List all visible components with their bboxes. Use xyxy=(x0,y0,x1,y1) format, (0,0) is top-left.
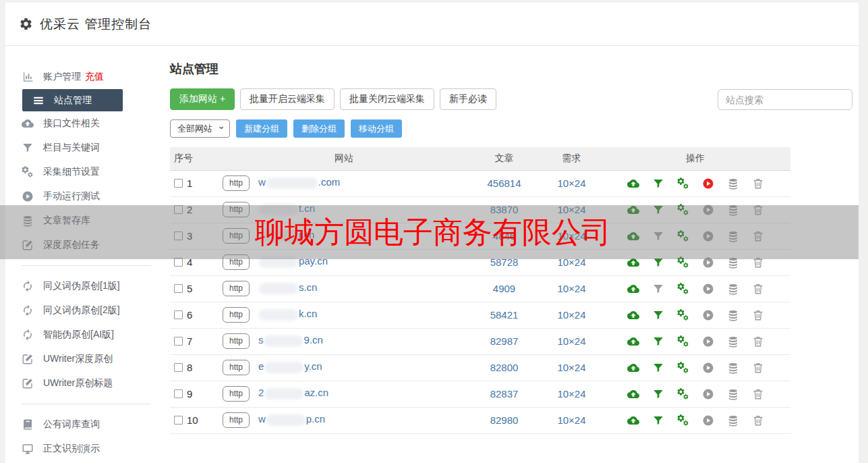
storage-action-icon[interactable] xyxy=(727,283,739,295)
http-button[interactable]: http xyxy=(223,228,250,244)
demand-value[interactable]: 10×24 xyxy=(557,230,585,242)
settings-action-icon[interactable] xyxy=(677,204,689,216)
delete-action-icon[interactable] xyxy=(752,283,764,295)
add-site-button[interactable]: 添加网站 + xyxy=(170,88,235,110)
sidebar-item-article-staging[interactable]: 文章暂存库 xyxy=(5,209,151,233)
http-button[interactable]: http xyxy=(223,175,250,191)
article-count[interactable]: 456814 xyxy=(487,178,521,189)
row-checkbox[interactable] xyxy=(174,284,183,293)
settings-action-icon[interactable] xyxy=(677,256,689,269)
sidebar-item-columns-keywords[interactable]: 栏目与关键词 xyxy=(5,136,151,160)
storage-action-icon[interactable] xyxy=(727,309,739,321)
storage-action-icon[interactable] xyxy=(727,230,739,242)
http-button[interactable]: http xyxy=(223,307,250,323)
settings-action-icon[interactable] xyxy=(677,283,689,295)
run-action-icon[interactable] xyxy=(702,362,714,374)
demand-value[interactable]: 10×24 xyxy=(557,414,585,426)
delete-action-icon[interactable] xyxy=(752,178,764,190)
site-domain-link[interactable]: 2az.cn xyxy=(258,387,328,398)
http-button[interactable]: http xyxy=(223,386,250,402)
delete-action-icon[interactable] xyxy=(752,362,764,374)
batch-open-cloud-collect-button[interactable]: 批量开启云端采集 xyxy=(240,88,335,110)
sidebar-item-interface-files[interactable]: 接口文件相关 xyxy=(5,111,151,136)
http-button[interactable]: http xyxy=(223,202,250,217)
demand-value[interactable]: 10×24 xyxy=(557,335,585,347)
sidebar-item-manual-run-test[interactable]: 手动运行测试 xyxy=(5,184,151,209)
cloud-upload-action-icon[interactable] xyxy=(627,256,639,269)
article-count[interactable]: 82980 xyxy=(490,414,519,426)
delete-action-icon[interactable] xyxy=(752,414,764,427)
article-count[interactable]: 82800 xyxy=(490,362,519,373)
storage-action-icon[interactable] xyxy=(727,256,739,269)
delete-action-icon[interactable] xyxy=(752,388,764,400)
row-checkbox[interactable] xyxy=(174,179,183,188)
article-count[interactable]: 83870 xyxy=(490,204,519,215)
demand-value[interactable]: 10×24 xyxy=(557,362,585,373)
demand-value[interactable]: 10×24 xyxy=(557,178,585,189)
sidebar-item-uwriter-deep[interactable]: UWriter深度原创 xyxy=(5,347,151,371)
filter-action-icon[interactable] xyxy=(652,388,664,400)
article-count[interactable]: 4846 xyxy=(493,230,515,242)
http-button[interactable]: http xyxy=(223,412,250,428)
sidebar-item-uwriter-title[interactable]: UWriter原创标题 xyxy=(5,371,151,396)
settings-action-icon[interactable] xyxy=(677,335,689,348)
row-checkbox[interactable] xyxy=(174,363,183,372)
settings-action-icon[interactable] xyxy=(677,178,689,190)
filter-action-icon[interactable] xyxy=(652,204,664,216)
site-domain-link[interactable]: s.cn xyxy=(258,281,318,293)
cloud-upload-action-icon[interactable] xyxy=(627,230,639,242)
beginner-guide-button[interactable]: 新手必读 xyxy=(440,88,496,110)
demand-value[interactable]: 10×24 xyxy=(557,283,585,294)
row-checkbox[interactable] xyxy=(174,258,183,267)
cloud-upload-action-icon[interactable] xyxy=(627,414,639,427)
sidebar-item-public-lexicon[interactable]: 公有词库查询 xyxy=(5,412,151,437)
storage-action-icon[interactable] xyxy=(727,335,739,348)
row-checkbox[interactable] xyxy=(174,205,183,214)
filter-action-icon[interactable] xyxy=(652,283,664,295)
site-domain-link[interactable]: s9.cn xyxy=(258,334,323,346)
sidebar-item-synonym-rewrite-v1[interactable]: 同义词伪原创[1版] xyxy=(5,274,151,298)
row-checkbox[interactable] xyxy=(174,389,183,398)
sidebar-item-site-management[interactable]: 站点管理 xyxy=(22,89,123,111)
run-action-icon[interactable] xyxy=(702,414,714,427)
sidebar-item-body-recognition-demo[interactable]: 正文识别演示 xyxy=(5,437,151,461)
settings-action-icon[interactable] xyxy=(677,309,689,321)
filter-action-icon[interactable] xyxy=(652,335,664,348)
row-checkbox[interactable] xyxy=(174,337,183,346)
cloud-upload-action-icon[interactable] xyxy=(627,362,639,374)
row-checkbox[interactable] xyxy=(174,232,183,240)
delete-action-icon[interactable] xyxy=(752,335,764,348)
cloud-upload-action-icon[interactable] xyxy=(627,204,639,216)
settings-action-icon[interactable] xyxy=(677,414,689,427)
new-group-button[interactable]: 新建分组 xyxy=(236,119,287,138)
cloud-upload-action-icon[interactable] xyxy=(627,178,639,190)
sidebar-item-ai-rewrite[interactable]: 智能伪原创[AI版] xyxy=(5,323,151,347)
settings-action-icon[interactable] xyxy=(677,230,689,242)
article-count[interactable]: 58728 xyxy=(490,256,519,268)
group-filter-select[interactable]: 全部网站 xyxy=(170,119,230,138)
storage-action-icon[interactable] xyxy=(727,388,739,400)
http-button[interactable]: http xyxy=(223,360,250,375)
http-button[interactable]: http xyxy=(223,333,250,349)
settings-action-icon[interactable] xyxy=(677,362,689,374)
http-button[interactable]: http xyxy=(223,254,250,270)
delete-action-icon[interactable] xyxy=(752,230,764,242)
demand-value[interactable]: 10×24 xyxy=(557,204,585,215)
demand-value[interactable]: 10×24 xyxy=(557,309,585,321)
site-domain-link[interactable]: ey.cn xyxy=(258,360,322,372)
site-domain-link[interactable]: pay.cn xyxy=(258,255,328,267)
sidebar-item-collect-settings[interactable]: 采集细节设置 xyxy=(5,160,151,184)
demand-value[interactable]: 10×24 xyxy=(557,388,585,400)
batch-close-cloud-collect-button[interactable]: 批量关闭云端采集 xyxy=(340,88,434,110)
storage-action-icon[interactable] xyxy=(727,362,739,374)
run-action-icon[interactable] xyxy=(702,388,714,400)
cloud-upload-action-icon[interactable] xyxy=(627,283,639,295)
article-count[interactable]: 82987 xyxy=(490,335,519,347)
cloud-upload-action-icon[interactable] xyxy=(627,335,639,348)
run-action-icon[interactable] xyxy=(702,335,714,348)
delete-action-icon[interactable] xyxy=(752,204,764,216)
filter-action-icon[interactable] xyxy=(652,178,664,190)
delete-action-icon[interactable] xyxy=(752,309,764,321)
recharge-link[interactable]: 充值 xyxy=(85,71,104,83)
site-domain-link[interactable]: t.cn xyxy=(258,202,315,214)
